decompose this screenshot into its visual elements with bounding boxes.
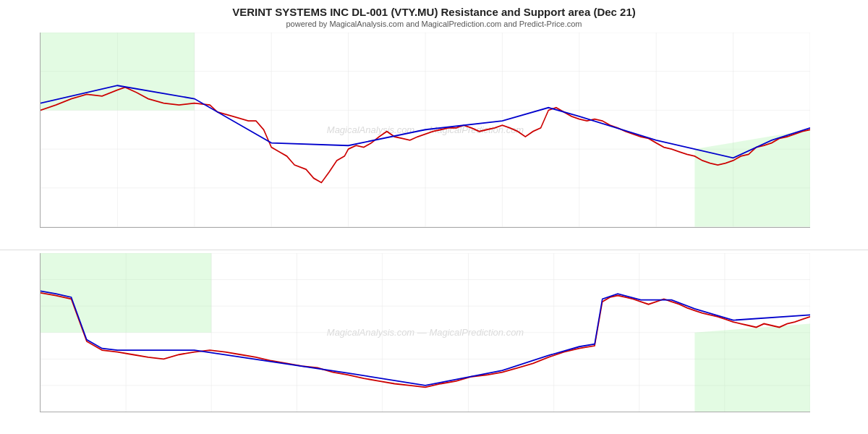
top-chart-area: MagicalAnalysis.com — MagicalPrediction.… — [40, 33, 810, 228]
bottom-chart-area: MagicalAnalysis.com — MagicalPrediction.… — [40, 253, 810, 413]
bottom-chart-svg — [41, 253, 810, 412]
charts-area: Price MagicalAnalysis.com — MagicalPredi… — [0, 30, 868, 434]
svg-marker-36 — [41, 253, 211, 333]
bottom-chart-wrapper: Price MagicalAnalysis.com — MagicalPredi… — [0, 250, 868, 435]
main-container: VERINT SYSTEMS INC DL-001 (VTY.MU) Resis… — [0, 0, 868, 434]
svg-marker-18 — [694, 129, 810, 226]
svg-marker-17 — [41, 33, 195, 110]
chart-title: VERINT SYSTEMS INC DL-001 (VTY.MU) Resis… — [0, 6, 868, 18]
chart-header: VERINT SYSTEMS INC DL-001 (VTY.MU) Resis… — [0, 0, 868, 30]
top-chart-svg — [41, 33, 810, 227]
top-chart-wrapper: Price MagicalAnalysis.com — MagicalPredi… — [0, 30, 868, 250]
svg-marker-37 — [694, 323, 810, 412]
chart-subtitle: powered by MagicalAnalysis.com and Magic… — [0, 20, 868, 28]
